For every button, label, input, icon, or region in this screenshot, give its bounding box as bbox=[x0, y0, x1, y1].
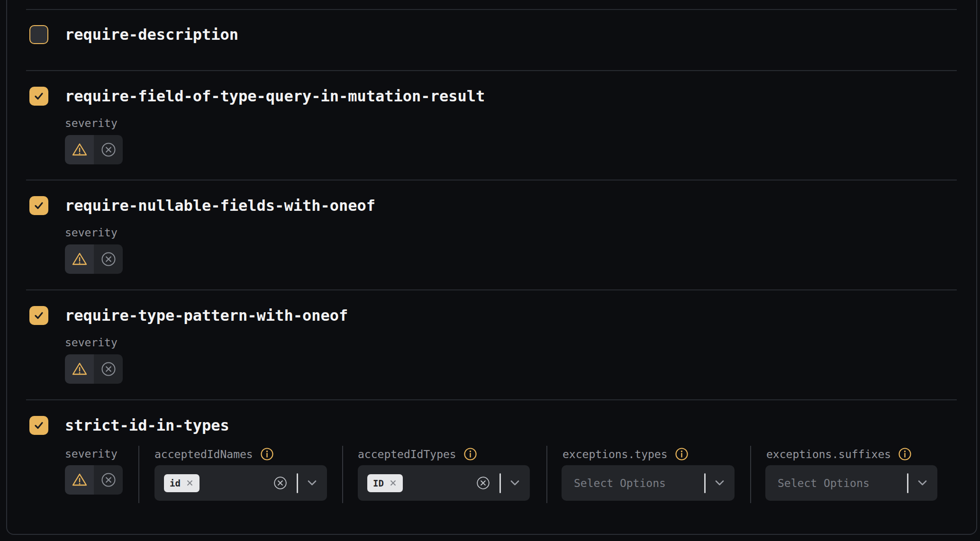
warning-triangle-icon bbox=[72, 252, 88, 267]
rule-row-header: require-field-of-type-query-in-mutation-… bbox=[29, 87, 485, 106]
check-icon bbox=[33, 419, 45, 432]
clear-selection-button[interactable] bbox=[476, 476, 490, 490]
rule-checkbox-require-nullable-fields-with-oneof[interactable] bbox=[29, 196, 48, 215]
warning-triangle-icon bbox=[72, 142, 88, 157]
select-divider bbox=[499, 473, 501, 493]
chevron-down-icon[interactable] bbox=[715, 480, 725, 486]
rule-name: require-description bbox=[65, 26, 238, 44]
rule-checkbox-strict-id-in-types[interactable] bbox=[29, 416, 48, 435]
info-circle-icon[interactable] bbox=[463, 447, 477, 461]
row-divider bbox=[26, 399, 957, 400]
info-circle-icon[interactable] bbox=[675, 447, 689, 461]
severity-off-button[interactable] bbox=[94, 244, 123, 274]
column-divider bbox=[546, 446, 547, 503]
rule-name: require-type-pattern-with-oneof bbox=[65, 307, 348, 325]
option-label-exceptions-suffixes: exceptions.suffixes bbox=[766, 447, 912, 461]
severity-toggle bbox=[65, 135, 123, 164]
column-divider bbox=[342, 446, 343, 503]
option-label-acceptedIdTypes: acceptedIdTypes bbox=[358, 447, 477, 461]
circle-x-icon bbox=[273, 476, 288, 490]
severity-label: severity bbox=[65, 448, 118, 460]
severity-warn-button[interactable] bbox=[65, 244, 94, 274]
multiselect-acceptedIdNames[interactable]: id bbox=[154, 465, 327, 501]
select-placeholder: Select Options bbox=[775, 477, 870, 489]
info-circle-icon[interactable] bbox=[260, 447, 274, 461]
severity-toggle bbox=[65, 465, 123, 495]
circle-x-icon bbox=[100, 361, 117, 377]
selected-tag: id bbox=[164, 474, 200, 492]
circle-x-icon bbox=[476, 476, 490, 490]
multiselect-acceptedIdTypes[interactable]: ID bbox=[358, 465, 530, 501]
warning-triangle-icon bbox=[72, 361, 88, 377]
rule-name: strict-id-in-types bbox=[65, 416, 229, 434]
circle-x-icon bbox=[100, 251, 117, 267]
select-divider bbox=[704, 473, 706, 493]
clear-selection-button[interactable] bbox=[273, 476, 288, 490]
severity-label: severity bbox=[65, 117, 118, 129]
severity-label: severity bbox=[65, 226, 118, 239]
rule-row-header: strict-id-in-types bbox=[29, 416, 229, 435]
check-icon bbox=[33, 90, 45, 102]
rule-row-header: require-description bbox=[29, 25, 238, 44]
select-divider bbox=[297, 473, 298, 493]
rule-row-header: require-type-pattern-with-oneof bbox=[29, 306, 348, 325]
chevron-down-icon[interactable] bbox=[307, 480, 317, 486]
rule-checkbox-require-field-of-type-query-in-mutation-result[interactable] bbox=[29, 87, 48, 106]
multiselect-exceptions-suffixes[interactable]: Select Options bbox=[765, 465, 937, 501]
row-divider bbox=[26, 9, 957, 10]
rule-checkbox-require-type-pattern-with-oneof[interactable] bbox=[29, 306, 48, 325]
severity-off-button[interactable] bbox=[94, 465, 123, 495]
rule-name: require-field-of-type-query-in-mutation-… bbox=[65, 87, 485, 105]
check-icon bbox=[33, 309, 45, 322]
check-icon bbox=[33, 199, 45, 212]
row-divider bbox=[26, 289, 957, 290]
column-divider bbox=[750, 446, 751, 503]
severity-label: severity bbox=[65, 336, 118, 349]
severity-off-button[interactable] bbox=[94, 135, 123, 164]
circle-x-icon bbox=[100, 472, 117, 488]
selected-tag: ID bbox=[367, 474, 403, 492]
column-divider bbox=[138, 446, 139, 503]
select-divider bbox=[907, 473, 908, 493]
option-label-exceptions-types: exceptions.types bbox=[563, 447, 689, 461]
warning-triangle-icon bbox=[72, 472, 88, 487]
rules-config-panel: require-description require-field-of-typ… bbox=[0, 0, 980, 541]
multiselect-exceptions-types[interactable]: Select Options bbox=[562, 465, 735, 501]
select-placeholder: Select Options bbox=[571, 477, 666, 489]
rule-name: require-nullable-fields-with-oneof bbox=[65, 197, 375, 215]
circle-x-icon bbox=[100, 142, 117, 158]
x-icon[interactable] bbox=[389, 479, 397, 487]
severity-warn-button[interactable] bbox=[65, 354, 94, 384]
chevron-down-icon[interactable] bbox=[510, 480, 520, 486]
severity-off-button[interactable] bbox=[94, 354, 123, 384]
row-divider bbox=[26, 180, 957, 180]
row-divider bbox=[26, 70, 957, 71]
x-icon[interactable] bbox=[186, 479, 194, 487]
severity-toggle bbox=[65, 354, 123, 384]
option-label-acceptedIdNames: acceptedIdNames bbox=[154, 447, 274, 461]
chevron-down-icon[interactable] bbox=[917, 480, 927, 486]
info-circle-icon[interactable] bbox=[898, 447, 912, 461]
rule-row-header: require-nullable-fields-with-oneof bbox=[29, 196, 375, 215]
severity-warn-button[interactable] bbox=[65, 465, 94, 495]
rule-checkbox-require-description[interactable] bbox=[29, 25, 48, 44]
severity-toggle bbox=[65, 244, 123, 274]
severity-warn-button[interactable] bbox=[65, 135, 94, 164]
